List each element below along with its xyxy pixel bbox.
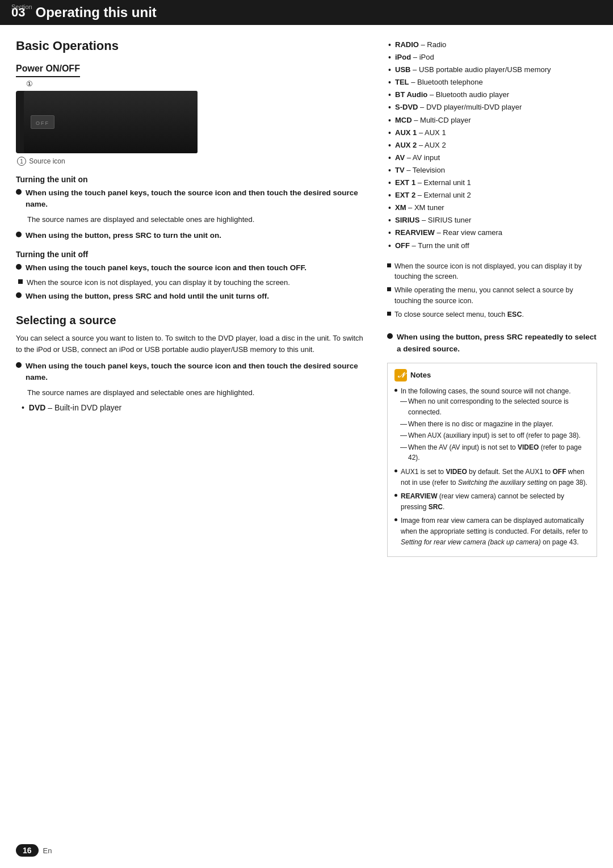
right-sq2: While operating the menu, you cannot sel…	[387, 285, 597, 307]
device-display-text: OFF	[36, 120, 49, 126]
source-list-item: OFF – Turn the unit off	[387, 240, 597, 252]
device-image: OFF	[16, 91, 198, 153]
note-item: In the following cases, the sound source…	[394, 386, 590, 463]
right-sq3-text: To close source select menu, touch ESC.	[394, 309, 524, 320]
right-sq2-text: While operating the menu, you cannot sel…	[394, 285, 597, 307]
turning-on-para1: The source names are displayed and selec…	[27, 214, 370, 226]
note-item: AUX1 is set to VIDEO by default. Set the…	[394, 467, 590, 488]
left-column: Basic Operations Power ON/OFF ① OFF 1 So…	[16, 39, 370, 557]
turning-off-bullet1-text: When using the touch panel keys, touch t…	[26, 263, 306, 272]
right-sq3: To close source select menu, touch ESC.	[387, 309, 597, 320]
turning-on-bullet2-text: When using the button, press SRC to turn…	[26, 231, 221, 240]
dvd-label: DVD – Built-in DVD player	[29, 403, 121, 412]
source-list-item: AUX 1 – AUX 1	[387, 127, 597, 139]
right-bullet-src-text: When using the button, press SRC repeate…	[397, 333, 597, 353]
source-list-item: iPod – iPod	[387, 51, 597, 64]
right-column: RADIO – RadioiPod – iPodUSB – USB portab…	[387, 39, 597, 557]
dvd-bullet-item: • DVD – Built-in DVD player	[22, 403, 370, 412]
source-list-item: USB – USB portable audio player/USB memo…	[387, 64, 597, 76]
turning-on-heading: Turning the unit on	[16, 175, 370, 184]
source-list-item: AV – AV input	[387, 152, 597, 164]
source-list-item: REARVIEW – Rear view camera	[387, 227, 597, 239]
section-header: Section 03 Operating this unit	[0, 0, 613, 25]
turning-off-bullet2: When using the button, press SRC and hol…	[16, 291, 370, 302]
source-list-item: BT Audio – Bluetooth audio player	[387, 89, 597, 101]
turning-off-bullet2-text: When using the button, press SRC and hol…	[26, 292, 269, 300]
page-number: 16	[16, 844, 39, 857]
right-sq1-text: When the source icon is not displayed, y…	[394, 261, 597, 283]
page-footer: 16 En	[16, 844, 52, 857]
notes-box: 𝒩 Notes In the following cases, the soun…	[387, 363, 597, 557]
selecting-intro: You can select a source you want to list…	[16, 333, 370, 357]
notes-content: In the following cases, the sound source…	[394, 386, 590, 547]
right-sq1: When the source icon is not displayed, y…	[387, 261, 597, 283]
source-list-item: TEL – Bluetooth telephone	[387, 76, 597, 89]
turning-on-bullet1: When using the touch panel keys, touch t…	[16, 187, 370, 211]
source-list-item: XM – XM tuner	[387, 202, 597, 214]
turning-off-sq1-text: When the source icon is not displayed, y…	[27, 277, 290, 288]
source-list-item: RADIO – Radio	[387, 39, 597, 51]
source-list-item: AUX 2 – AUX 2	[387, 139, 597, 152]
source-icon-caption: 1 Source icon	[17, 157, 370, 166]
right-bullet-src: When using the button, press SRC repeate…	[387, 332, 597, 355]
notes-icon: 𝒩	[394, 369, 407, 381]
selecting-bullet1-text: When using the touch panel keys, touch t…	[26, 362, 358, 381]
selecting-title: Selecting a source	[16, 314, 370, 327]
selecting-para1: The source names are displayed and selec…	[27, 387, 370, 399]
source-list-item: TV – Television	[387, 164, 597, 177]
source-list-item: MCD – Multi-CD player	[387, 114, 597, 127]
turning-on-bullet2: When using the button, press SRC to turn…	[16, 230, 370, 241]
dvd-bullet-dot: •	[22, 403, 24, 412]
chapter-title: Basic Operations	[16, 39, 370, 53]
turning-off-sq1: When the source icon is not displayed, y…	[18, 277, 370, 288]
source-list-item: EXT 1 – External unit 1	[387, 177, 597, 189]
source-list-item: S-DVD – DVD player/multi-DVD player	[387, 101, 597, 114]
source-list: RADIO – RadioiPod – iPodUSB – USB portab…	[387, 39, 597, 252]
turning-off-heading: Turning the unit off	[16, 250, 370, 259]
page-lang: En	[43, 846, 52, 855]
selecting-bullet1: When using the touch panel keys, touch t…	[16, 360, 370, 384]
source-list-item: EXT 2 – External unit 2	[387, 189, 597, 202]
turning-on-bullet1-text: When using the touch panel keys, touch t…	[26, 188, 358, 208]
device-image-container: ① OFF	[16, 91, 370, 153]
note-item: REARVIEW (rear view camera) cannot be se…	[394, 491, 590, 512]
note-item: Image from rear view camera can be displ…	[394, 515, 590, 547]
main-content: Basic Operations Power ON/OFF ① OFF 1 So…	[0, 25, 613, 571]
section-label: Section	[11, 3, 32, 10]
caption-circled-1: 1	[17, 157, 26, 166]
source-list-item: SIRIUS – SIRIUS tuner	[387, 214, 597, 227]
device-circled-number: ①	[26, 79, 33, 88]
turning-off-bullet1: When using the touch panel keys, touch t…	[16, 262, 370, 274]
power-heading: Power ON/OFF	[16, 64, 80, 77]
section-title: Operating this unit	[35, 5, 156, 20]
notes-title: 𝒩 Notes	[394, 369, 590, 381]
